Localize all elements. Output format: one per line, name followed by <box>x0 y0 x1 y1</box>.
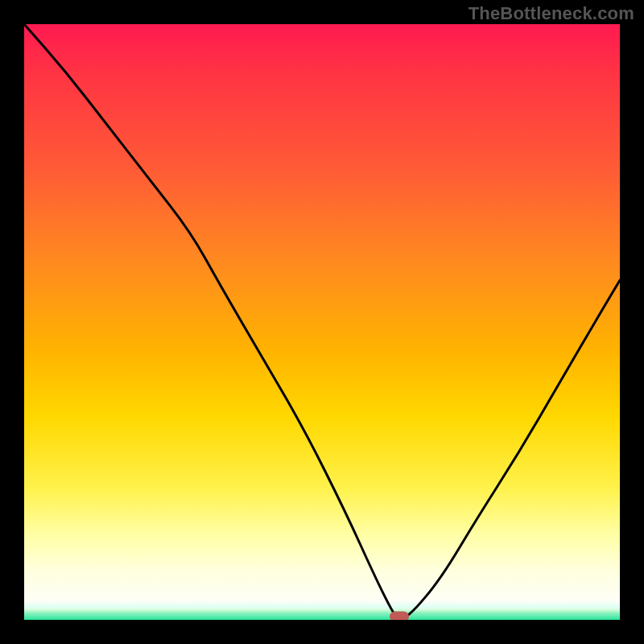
curve-path <box>24 24 620 618</box>
plot-area <box>24 24 620 620</box>
bottleneck-curve <box>24 24 620 620</box>
minimum-marker <box>390 612 409 621</box>
watermark-text: TheBottleneck.com <box>469 3 634 24</box>
chart-frame: TheBottleneck.com <box>0 0 644 644</box>
